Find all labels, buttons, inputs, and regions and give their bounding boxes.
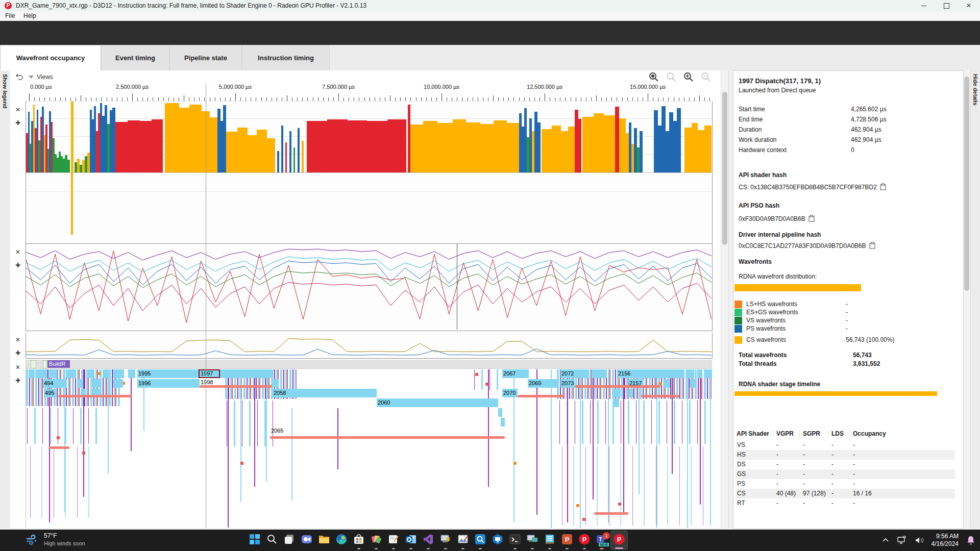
main-scrollbar-thumb[interactable] (722, 92, 727, 245)
taskbar-icon-visual-studio[interactable] (420, 531, 437, 550)
copy-to-clipboard-icon[interactable] (805, 215, 815, 222)
main-scrollbar[interactable] (721, 70, 729, 528)
table-row-ps: PS---- (736, 479, 955, 489)
event-bar-2067[interactable]: 2067 (502, 369, 529, 378)
close-view-icon[interactable]: ✕ (14, 336, 22, 344)
event-label-1998[interactable]: 1998 (201, 379, 213, 385)
ruler-major-tick (545, 93, 545, 101)
event-bar-2070[interactable]: 2070 (502, 389, 518, 397)
event-bar-495[interactable]: 495 (44, 389, 56, 397)
weather-widget[interactable]: 57°F High winds soon (26, 532, 85, 547)
taskbar-icon-notepad[interactable] (541, 531, 558, 550)
copy-to-clipboard-icon[interactable] (877, 184, 886, 191)
event-bar-1996[interactable]: 1996 (137, 379, 200, 388)
taskbar-icon-task-view[interactable] (281, 531, 298, 550)
table-cell: - (776, 480, 778, 487)
zoom-out-icon[interactable] (700, 71, 711, 84)
table-row-cs: CS40 (48)97 (128)-16 / 16 (736, 489, 955, 498)
clock[interactable]: 9:56 AM 4/16/2024 (932, 533, 959, 548)
show-legend-strip[interactable]: Show legend (0, 70, 10, 528)
event-bar-2060[interactable]: 2060 (377, 398, 498, 407)
close-view-icon[interactable]: ✕ (14, 106, 22, 114)
zoom-reset-icon[interactable] (666, 71, 676, 84)
subtab-pipeline-state[interactable]: Pipeline state (169, 45, 242, 70)
taskbar-icon-snipping-tool[interactable] (385, 531, 402, 550)
occupancy-bar (293, 147, 295, 172)
hide-details-strip[interactable]: Hide details (971, 70, 980, 528)
maximize-button[interactable] (935, 0, 958, 11)
panel-scrollbar-thumb[interactable] (964, 77, 969, 291)
event-bar-2058[interactable]: 2058 (273, 389, 377, 397)
legend-item-es+gs: ES+GS wavefronts- (734, 309, 954, 316)
menu-bar: File Help (0, 11, 980, 21)
taskbar-icon-remote-app[interactable] (437, 531, 454, 550)
occupancy-bar (367, 121, 387, 172)
show-legend-label[interactable]: Show legend (2, 74, 8, 109)
move-view-icon[interactable]: ✚ (14, 377, 22, 385)
taskbar-icon-search[interactable] (263, 531, 281, 550)
event-bar-2073[interactable]: 2073 (560, 379, 575, 388)
hide-details-label[interactable]: Hide details (972, 74, 978, 106)
event-bar-2069[interactable]: 2069 (528, 379, 558, 388)
occupancy-bar (666, 131, 669, 172)
event-bar-selected-1997[interactable]: 1997 (199, 369, 220, 378)
menu-help[interactable]: Help (23, 12, 36, 19)
taskbar-icon-edge[interactable] (333, 531, 350, 550)
terminal-icon (509, 533, 521, 547)
taskbar-icon-chat[interactable] (298, 531, 315, 550)
ruler-major-tick (132, 93, 133, 101)
close-view-icon[interactable]: ✕ (14, 248, 22, 256)
taskbar-icon-outlook[interactable] (402, 531, 420, 550)
zoom-to-selection-icon[interactable] (648, 71, 659, 84)
move-view-icon[interactable]: ✚ (14, 349, 22, 357)
event-bar-2072[interactable]: 2072 (560, 369, 589, 378)
move-view-icon[interactable]: ✚ (14, 119, 22, 127)
menu-file[interactable]: File (5, 12, 15, 19)
events-timeline[interactable]: BuildR1995206720722156494199620692073215… (26, 360, 712, 528)
subtab-wavefront-occupancy[interactable]: Wavefront occupancy (0, 45, 101, 70)
detail-row-start-time: Start time4,265.602 µs (739, 106, 958, 113)
views-dropdown[interactable]: Views (29, 73, 53, 81)
close-view-icon[interactable]: ✕ (14, 363, 22, 371)
event-bar-494[interactable]: 494 (43, 379, 67, 388)
taskbar-icon-designer[interactable] (368, 531, 385, 550)
rgp-application-window: P DXR_Game_7900_xtx.rgp - D3D12 - Instru… (0, 0, 980, 551)
taskbar-icon-teams[interactable]: T1NEW (593, 531, 610, 550)
taskbar-icon-powerpoint[interactable]: P (558, 531, 576, 550)
event-label-2065[interactable]: 2065 (271, 428, 283, 434)
panel-scrollbar[interactable] (963, 70, 971, 528)
event-bar-2156[interactable]: 2156 (617, 369, 684, 378)
taskbar-icon-remote-desktop[interactable] (524, 531, 541, 550)
move-view-icon[interactable]: ✚ (14, 261, 22, 269)
taskbar-icon-rgp[interactable]: P (576, 531, 593, 550)
taskbar-icon-store[interactable] (350, 531, 368, 550)
notepad-icon (544, 533, 556, 547)
minimize-button[interactable] (913, 0, 935, 11)
speaker-icon[interactable] (914, 536, 924, 545)
taskbar-icon-terminal[interactable] (506, 531, 524, 550)
taskbar-icon-devops-app[interactable] (489, 531, 506, 550)
copy-to-clipboard-icon[interactable] (866, 242, 875, 249)
network-icon[interactable] (897, 536, 907, 545)
small-line-chart[interactable] (26, 333, 713, 359)
taskbar-icon-rgp-active[interactable]: P (610, 531, 628, 550)
zoom-in-icon[interactable] (683, 71, 694, 84)
time-ruler[interactable]: 0.000 µs2,500.000 µs5,000.000 µs7,500.00… (26, 84, 713, 102)
taskbar-icon-start[interactable] (246, 531, 263, 550)
undo-icon[interactable] (15, 72, 23, 82)
tray-chevron-up-icon[interactable] (881, 536, 890, 544)
notification-bell-icon[interactable] (966, 535, 976, 545)
occupancy-bar (673, 121, 677, 172)
wavefront-occupancy-chart[interactable] (26, 101, 713, 244)
subtab-event-timing[interactable]: Event timing (101, 45, 169, 70)
taskbar-icon-photos-app[interactable] (454, 531, 472, 550)
legend-color-chip (734, 300, 742, 308)
occupancy-bar (210, 117, 217, 172)
event-bar-buildraytracing[interactable]: BuildR (47, 360, 70, 368)
close-button[interactable]: ✕ (958, 0, 980, 11)
taskbar-icon-search-app[interactable] (472, 531, 489, 550)
taskbar-icon-file-explorer[interactable] (315, 531, 333, 550)
wavefront-line-chart[interactable] (26, 244, 713, 331)
table-cell: VS (737, 441, 745, 448)
subtab-instruction-timing[interactable]: Instruction timing (242, 45, 330, 70)
